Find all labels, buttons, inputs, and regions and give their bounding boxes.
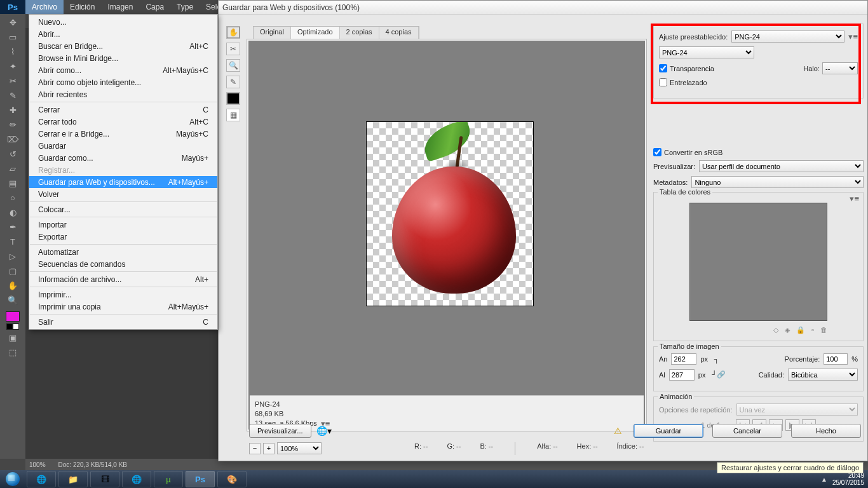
preview-canvas[interactable] — [248, 41, 645, 430]
menu-capa[interactable]: Capa — [139, 0, 170, 14]
tool-stamp[interactable]: ⌦ — [4, 132, 21, 146]
tool-blur[interactable]: ○ — [4, 191, 21, 205]
file-menu-item[interactable]: SalirC — [29, 316, 217, 328]
width-input[interactable] — [671, 353, 696, 365]
file-menu-item[interactable]: Guardar como...Mayús+ — [29, 152, 217, 164]
preview-profile-select[interactable]: Usar perfil de documento — [699, 160, 864, 172]
eyedropper-color-swatch[interactable] — [226, 92, 240, 105]
hand-tool-icon[interactable]: ✋ — [226, 26, 240, 39]
file-menu-item[interactable]: CerrarC — [29, 104, 217, 116]
start-button[interactable] — [0, 470, 25, 488]
tab-original[interactable]: Original — [254, 27, 291, 39]
file-menu-item[interactable]: Guardar — [29, 140, 217, 152]
file-menu-item[interactable]: Cerrar e ir a Bridge...Mayús+C — [29, 128, 217, 140]
system-tray[interactable]: ▲ 20:49 25/07/2015 — [821, 472, 868, 486]
file-menu-item[interactable]: Abrir como objeto inteligente... — [29, 76, 217, 88]
menu-archivo[interactable]: Archivo — [25, 0, 64, 14]
tab-4up[interactable]: 4 copias — [379, 27, 419, 39]
percent-input[interactable] — [824, 353, 848, 365]
file-menu-item[interactable]: Volver — [29, 188, 217, 200]
preset-menu-icon[interactable]: ▾≡ — [848, 32, 858, 41]
file-menu-item[interactable]: Imprimir una copiaAlt+Mayús+ — [29, 301, 217, 313]
tool-pen[interactable]: ✒ — [4, 220, 21, 234]
file-menu-item[interactable]: Imprimir... — [29, 288, 217, 301]
file-menu-item[interactable]: Nuevo... — [29, 16, 217, 28]
file-menu-item[interactable]: Browse in Mini Bridge... — [29, 52, 217, 64]
halo-select[interactable]: -- — [822, 62, 858, 74]
tool-path[interactable]: ▷ — [4, 249, 21, 263]
tool-gradient[interactable]: ▤ — [4, 176, 21, 190]
ct-icon-2[interactable]: ◈ — [785, 326, 790, 334]
tool-history[interactable]: ↺ — [4, 147, 21, 161]
cancel-button[interactable]: Cancelar — [712, 424, 782, 438]
toggle-slices-icon[interactable]: ▦ — [226, 109, 240, 121]
zoom-in[interactable]: + — [263, 443, 275, 454]
foreground-swatch[interactable] — [6, 311, 20, 322]
transparency-checkbox[interactable]: Transparencia — [659, 64, 714, 72]
tab-optimized[interactable]: Optimizado — [291, 27, 340, 39]
tool-dodge[interactable]: ◐ — [4, 205, 21, 219]
color-table-menu-icon[interactable]: ▾≡ — [850, 194, 859, 203]
tool-zoom[interactable]: 🔍 — [4, 293, 21, 307]
menu-edicion[interactable]: Edición — [64, 0, 101, 14]
ct-icon-4[interactable]: ▫ — [811, 326, 814, 334]
file-menu-item[interactable]: Guardar para Web y dispositivos...Alt+Ma… — [29, 176, 217, 188]
file-menu-item[interactable]: Información de archivo...Alt+ — [29, 273, 217, 285]
ct-icon-3[interactable]: 🔒 — [796, 326, 805, 334]
height-input[interactable] — [669, 369, 695, 381]
convert-srgb-checkbox[interactable]: Convertir en sRGB — [653, 148, 722, 156]
default-colors[interactable] — [6, 323, 19, 330]
file-menu-item[interactable]: Automatizar — [29, 246, 217, 258]
doc-zoom[interactable]: 100% — [29, 461, 46, 468]
screenmode[interactable]: ⬚ — [4, 345, 21, 359]
save-button[interactable]: Guardar — [634, 424, 703, 438]
zoom-out[interactable]: − — [249, 443, 261, 454]
slice-tool-icon[interactable]: ✂ — [226, 43, 240, 55]
menu-type[interactable]: Type — [170, 0, 200, 14]
format-select[interactable]: PNG-24 — [659, 46, 754, 58]
file-menu-item[interactable]: Exportar — [29, 231, 217, 243]
task-explorer[interactable]: 📁 — [58, 471, 88, 487]
task-utorrent[interactable]: µ — [154, 471, 183, 487]
task-media[interactable]: 🎞 — [90, 471, 119, 487]
menu-imagen[interactable]: Imagen — [101, 0, 139, 14]
task-chrome-1[interactable]: 🌐 — [27, 471, 56, 487]
quickmask[interactable]: ▣ — [4, 330, 21, 344]
task-chrome-2[interactable]: 🌐 — [122, 471, 151, 487]
tool-text[interactable]: T — [4, 234, 21, 248]
quality-select[interactable]: Bicúbica — [788, 369, 858, 381]
zoom-select[interactable]: 100% — [277, 442, 322, 454]
file-menu-item[interactable]: Abrir como...Alt+Mayús+C — [29, 64, 217, 76]
browser-preview-icon[interactable]: 🌐▾ — [316, 426, 332, 436]
tab-2up[interactable]: 2 copias — [340, 27, 379, 39]
tray-expand-icon[interactable]: ▲ — [821, 476, 827, 483]
tool-brush[interactable]: ✏ — [4, 118, 21, 132]
task-paint[interactable]: 🎨 — [217, 471, 247, 487]
file-menu-item[interactable]: Secuencias de comandos — [29, 258, 217, 270]
tool-lasso[interactable]: ⌇ — [4, 44, 21, 58]
ct-icon-5[interactable]: 🗑 — [820, 326, 827, 334]
tool-crop[interactable]: ✂ — [4, 74, 21, 88]
tool-eyedrop[interactable]: ✎ — [4, 88, 21, 102]
tool-marquee[interactable]: ▭ — [4, 30, 21, 44]
file-menu-item[interactable]: Buscar en Bridge...Alt+C — [29, 40, 217, 52]
tool-shape[interactable]: ▢ — [4, 264, 21, 278]
tool-eraser[interactable]: ▱ — [4, 161, 21, 175]
tool-hand[interactable]: ✋ — [4, 278, 21, 292]
eyedropper-tool-icon[interactable]: ✎ — [226, 76, 240, 88]
tool-heal[interactable]: ✚ — [4, 103, 21, 117]
preset-select[interactable]: PNG-24 — [731, 30, 844, 43]
file-menu-item[interactable]: Cerrar todoAlt+C — [29, 116, 217, 128]
ct-icon-1[interactable]: ◇ — [773, 326, 778, 334]
tool-wand[interactable]: ✦ — [4, 59, 21, 73]
task-photoshop[interactable]: Ps — [186, 471, 215, 487]
file-menu-item[interactable]: Importar — [29, 219, 217, 231]
preview-button[interactable]: Previsualizar... — [249, 424, 311, 438]
interlaced-checkbox[interactable]: Entrelazado — [659, 78, 707, 86]
metadata-select[interactable]: Ninguno — [691, 176, 864, 188]
tool-move[interactable]: ✥ — [4, 15, 21, 29]
done-button[interactable]: Hecho — [791, 424, 861, 438]
file-menu-item[interactable]: Abrir recientes — [29, 88, 217, 100]
file-menu-item[interactable]: Colocar... — [29, 203, 217, 215]
zoom-tool-icon[interactable]: 🔍 — [226, 59, 240, 72]
